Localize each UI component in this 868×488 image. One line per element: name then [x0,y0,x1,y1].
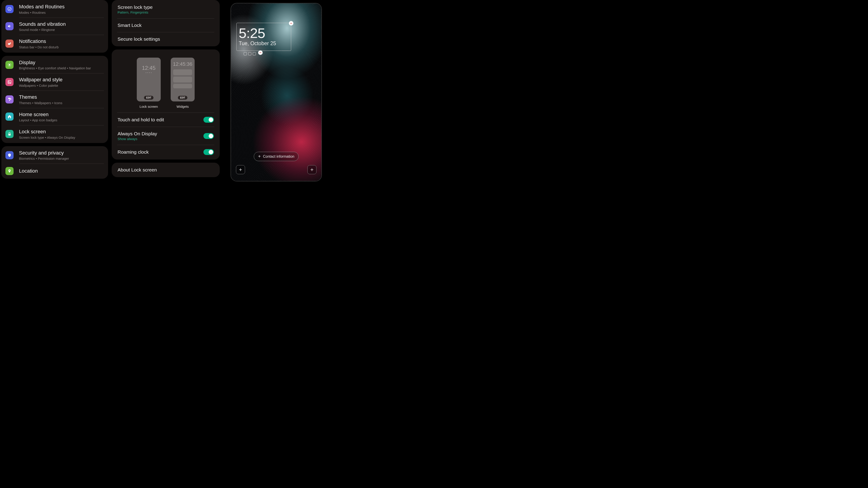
toggle-aod[interactable] [204,133,214,139]
contact-info-label: Contact information [263,155,294,159]
row-subtitle: Brightness • Eye comfort shield • Naviga… [19,66,104,70]
row-title: Modes and Routines [19,4,104,10]
preview-time: 12:45 [142,65,156,71]
row-security-privacy[interactable]: Security and privacy Biometrics • Permis… [1,147,108,164]
svg-line-9 [10,66,11,66]
row-subtitle: Status bar • Do not disturb [19,45,104,49]
lock-screen-settings: Screen lock type Pattern, Fingerprints S… [112,0,221,184]
row-subtitle: Themes • Wallpapers • Icons [19,101,104,105]
row-themes[interactable]: Themes Themes • Wallpapers • Icons [1,91,108,108]
settings-list: Modes and Routines Modes • Routines Soun… [0,0,110,184]
clock-time[interactable]: 5:25 [239,25,265,41]
row-subtitle: Wallpapers • Color palette [19,84,104,88]
lockscreen-overlay: 5:25 Tue, October 25 – – + Contact infor… [231,3,321,181]
row-always-on-display[interactable]: Always On Display Show always [112,127,220,145]
preview-label: Widgets [177,105,189,108]
check-circle-icon [5,5,13,13]
lockscreen-editor: 5:25 Tue, October 25 – – + Contact infor… [223,0,329,184]
mini-icon [253,52,256,55]
row-touch-hold-edit[interactable]: Touch and hold to edit [112,113,220,127]
row-subtitle: Layout • App icon badges [19,118,104,122]
remove-clock-button[interactable]: – [289,21,293,26]
row-title: Sounds and vibration [19,21,104,28]
edit-button[interactable]: EDIT [144,96,154,100]
location-pin-icon [5,167,13,175]
settings-group-2: Display Brightness • Eye comfort shield … [1,56,108,143]
row-about-lock-screen[interactable]: About Lock screen [112,163,220,177]
row-value: Pattern, Fingerprints [118,10,214,14]
widget-bar [173,76,192,83]
brightness-icon [5,61,13,69]
svg-line-10 [8,66,8,66]
row-title: Notifications [19,38,104,45]
svg-point-0 [8,7,11,11]
row-home-screen[interactable]: Home screen Layout • App icon badges [1,108,108,125]
row-title: Wallpaper and style [19,76,104,83]
row-title: Always On Display [118,131,204,136]
row-secure-lock-settings[interactable]: Secure lock settings [112,32,220,46]
clock-date[interactable]: Tue, October 25 [239,40,276,46]
notification-icon [5,39,13,48]
row-modes-routines[interactable]: Modes and Routines Modes • Routines [1,0,108,18]
row-title: Home screen [19,111,104,118]
row-title: Themes [19,94,104,101]
speaker-icon [5,22,13,30]
svg-line-8 [8,64,8,64]
svg-line-11 [10,64,11,64]
widget-bar [173,84,192,88]
plus-icon: + [258,154,261,159]
row-subtitle: Screen lock type • Always On Display [19,135,104,139]
edit-button[interactable]: EDIT [178,96,188,100]
row-title: Touch and hold to edit [118,117,204,123]
row-wallpaper-style[interactable]: Wallpaper and style Wallpapers • Color p… [1,73,108,91]
row-location[interactable]: Location [1,164,108,178]
settings-group-3: Security and privacy Biometrics • Permis… [1,146,108,179]
row-subtitle: Sound mode • Ringtone [19,28,104,32]
mini-icon [248,52,251,55]
row-display[interactable]: Display Brightness • Eye comfort shield … [1,56,108,73]
row-notifications[interactable]: Notifications Status bar • Do not distur… [1,35,108,52]
row-lock-screen[interactable]: Lock screen Screen lock type • Always On… [1,125,108,142]
preview-row: 12:45 • • • • EDIT Lock screen 12:45:36 … [112,50,220,112]
preview-lockscreen[interactable]: 12:45 • • • • EDIT Lock screen [137,58,161,108]
row-subtitle: Biometrics • Permission manager [19,157,104,160]
image-icon [5,78,13,86]
row-roaming-clock[interactable]: Roaming clock [112,145,220,159]
toggle-touch-hold[interactable] [204,117,214,123]
home-icon [5,112,13,121]
row-screen-lock-type[interactable]: Screen lock type Pattern, Fingerprints [112,0,220,18]
preview-time: 12:45:36 [173,61,192,67]
preview-dots: • • • • [146,72,152,74]
row-smart-lock[interactable]: Smart Lock [112,19,220,32]
svg-rect-15 [9,100,10,101]
row-title: Smart Lock [118,23,142,28]
row-title: Screen lock type [118,4,214,10]
add-shortcut-right[interactable]: + [307,165,316,174]
preview-widgets[interactable]: 12:45:36 EDIT Widgets [170,58,195,108]
row-title: Secure lock settings [118,36,160,42]
row-title: Lock screen [19,129,104,135]
notification-icons-widget[interactable] [244,52,256,55]
about-card: About Lock screen [112,163,220,177]
row-sounds-vibration[interactable]: Sounds and vibration Sound mode • Ringto… [1,18,108,35]
svg-point-13 [8,81,9,82]
mini-icon [244,52,247,55]
add-shortcut-left[interactable]: + [236,165,245,174]
row-title: Roaming clock [118,149,204,155]
row-title: Location [19,168,104,174]
svg-rect-16 [8,134,11,135]
svg-point-3 [9,64,10,66]
lock-security-card: Screen lock type Pattern, Fingerprints S… [112,0,220,46]
row-title: Display [19,59,104,66]
widget-bar [173,69,192,75]
row-subtitle: Modes • Routines [19,11,104,14]
widgets-thumbnail: 12:45:36 EDIT [170,58,195,101]
row-title: Security and privacy [19,150,104,156]
svg-point-17 [9,170,10,171]
toggle-roaming-clock[interactable] [204,149,214,155]
shield-icon [5,151,13,159]
lock-appearance-card: 12:45 • • • • EDIT Lock screen 12:45:36 … [112,50,220,160]
svg-rect-1 [8,43,10,45]
contact-information-button[interactable]: + Contact information [254,152,299,161]
remove-icons-button[interactable]: – [258,51,263,55]
